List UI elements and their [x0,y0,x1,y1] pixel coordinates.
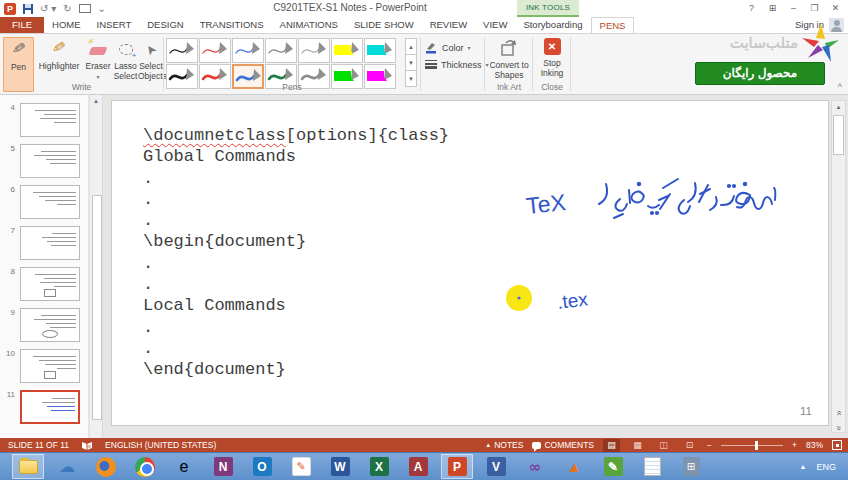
slide-thumbnail-7[interactable] [20,226,80,260]
tab-insert[interactable]: INSERT [89,17,140,33]
zoom-slider-handle[interactable] [755,441,758,450]
notes-toggle[interactable]: ▲NOTES [485,440,523,450]
redo-icon[interactable]: ↻ [63,2,71,16]
scroll-up-icon[interactable]: ▲ [832,101,845,114]
tab-design[interactable]: DESIGN [139,17,191,33]
fit-slide-to-window-button[interactable] [832,440,842,450]
next-slide-button[interactable]: » [832,417,845,431]
tray-expand-icon[interactable]: ▲ [800,463,807,470]
write-group-label: Write [0,82,163,92]
slide-thumbnail-5[interactable] [20,144,80,178]
slide-thumbnail-6[interactable] [20,185,80,219]
gallery-scroll-down-icon[interactable]: ▼ [405,54,417,71]
stop-inking-button[interactable]: ✕ Stop Inking [535,38,569,78]
comments-toggle[interactable]: COMMENTS [532,440,594,450]
tray-language-indicator[interactable]: ENG [816,462,836,472]
close-button[interactable]: ✕ [825,0,846,16]
restore-button[interactable]: ❐ [804,0,825,16]
taskbar-screen-recorder-icon[interactable] [714,454,746,479]
tab-animations[interactable]: ANIMATIONS [272,17,346,33]
slide-editing-canvas[interactable]: \documnetclass[options]{class} Global Co… [111,100,829,426]
internet-explorer-glyph: e [180,458,189,476]
help-button[interactable]: ? [741,0,762,16]
taskbar-file-explorer-icon[interactable] [12,454,44,479]
zoom-out-button[interactable]: − [707,440,712,450]
taskbar-notepad-icon[interactable] [636,454,668,479]
powerpoint-logo-icon[interactable]: P [4,3,16,15]
pen-swatch-pen-3[interactable] [265,38,297,63]
ink-color-button[interactable]: Color ▾ [425,40,471,55]
undo-icon[interactable]: ↺ ▾ [40,2,56,16]
slide-page-number: 11 [800,405,812,417]
pen-swatch-highlighter-5[interactable] [331,38,363,63]
tab-review[interactable]: REVIEW [422,17,475,33]
cursor-icon: ➤ [138,39,164,61]
previous-slide-button[interactable]: » [832,402,845,416]
slide-thumbnail-11[interactable] [20,390,80,424]
minimize-button[interactable]: – [783,0,804,16]
taskbar-onedrive-icon[interactable]: ☁ [51,454,83,479]
save-icon[interactable] [23,4,33,14]
tab-file[interactable]: FILE [0,17,44,33]
customize-quick-access-icon[interactable]: ⌄ [98,2,106,16]
convert-to-shapes-button[interactable]: Convert to Shapes [487,38,531,80]
taskbar-matlab-icon[interactable]: ▲ [558,454,590,479]
tab-home[interactable]: HOME [44,17,89,33]
start-slideshow-icon[interactable] [79,4,91,13]
taskbar-calculator-icon[interactable]: ⊞ [675,454,707,479]
normal-view-button[interactable]: ▤ [603,439,620,452]
pen-swatch-pen-4[interactable] [298,38,330,63]
taskbar-access-icon[interactable]: A [402,454,434,479]
gallery-scroll-up-icon[interactable]: ▲ [405,38,417,55]
zoom-slider[interactable] [721,445,783,446]
pen-swatch-highlighter-6[interactable] [364,38,396,63]
spellcheck-icon[interactable]: x [81,440,93,451]
taskbar-outlook-icon[interactable]: O [246,454,278,479]
thumbnail-scrollbar[interactable]: ▲ [89,95,103,438]
tab-storyboarding[interactable]: Storyboarding [515,17,590,33]
collapse-ribbon-icon[interactable]: ^ [838,82,842,92]
slide-thumbnail-8[interactable] [20,267,80,301]
slide-number-11: 11 [2,390,15,399]
taskbar-freshpaint-icon[interactable]: ✎ [285,454,317,479]
thumb-scroll-up-icon[interactable]: ▲ [90,95,102,107]
taskbar-internet-explorer-icon[interactable]: e [168,454,200,479]
taskbar-powerpoint-icon[interactable]: P [441,454,473,479]
ink-thickness-button[interactable]: Thickness ▾ [425,57,489,72]
taskbar-photo-editor-icon[interactable]: ✎ [597,454,629,479]
slide-show-button[interactable]: ⊡ [681,439,698,452]
slide-sorter-view-button[interactable]: ▦ [629,439,646,452]
user-avatar[interactable] [829,18,844,32]
taskbar-visio-icon[interactable]: V [480,454,512,479]
language-indicator[interactable]: ENGLISH (UNITED STATES) [105,440,216,450]
tab-view[interactable]: VIEW [475,17,515,33]
zoom-level[interactable]: 83% [806,440,823,450]
zoom-in-button[interactable]: + [792,440,797,450]
pen-swatch-pen-1[interactable] [199,38,231,63]
taskbar-word-icon[interactable]: W [324,454,356,479]
lasso-select-button[interactable]: Lasso Select [112,37,139,82]
taskbar-onenote-icon[interactable]: N [207,454,239,479]
taskbar-excel-icon[interactable]: X [363,454,395,479]
taskbar-firefox-icon[interactable] [90,454,122,479]
thumb-scroll-handle[interactable] [92,195,102,420]
pen-swatch-pen-0[interactable] [166,38,198,63]
reading-view-button[interactable]: ◫ [655,439,672,452]
select-objects-button[interactable]: ➤ Select Objects [138,37,164,82]
taskbar-chrome-icon[interactable] [129,454,161,479]
slide-thumbnail-4[interactable] [20,103,80,137]
taskbar-visualstudio-icon[interactable]: ∞ [519,454,551,479]
sign-in-link[interactable]: Sign in [795,17,824,33]
ribbon-display-options-button[interactable]: ⊞ [762,0,783,16]
pen-swatch-pen-2[interactable] [232,38,264,63]
eraser-dropdown-caret[interactable]: ▾ [96,74,99,80]
tab-transitions[interactable]: TRANSITIONS [192,17,272,33]
slide-thumbnail-10[interactable] [20,349,80,383]
highlighter-tool-button[interactable]: ✎ Highlighter [36,37,82,72]
tab-slide-show[interactable]: SLIDE SHOW [346,17,422,33]
vertical-scrollbar[interactable]: ▲ » » [831,100,846,433]
slide-thumbnail-9[interactable] [20,308,80,342]
scroll-handle[interactable] [833,115,844,155]
eraser-tool-button[interactable]: Eraser ▾ [84,37,112,82]
tab-pens[interactable]: PENS [591,17,635,33]
